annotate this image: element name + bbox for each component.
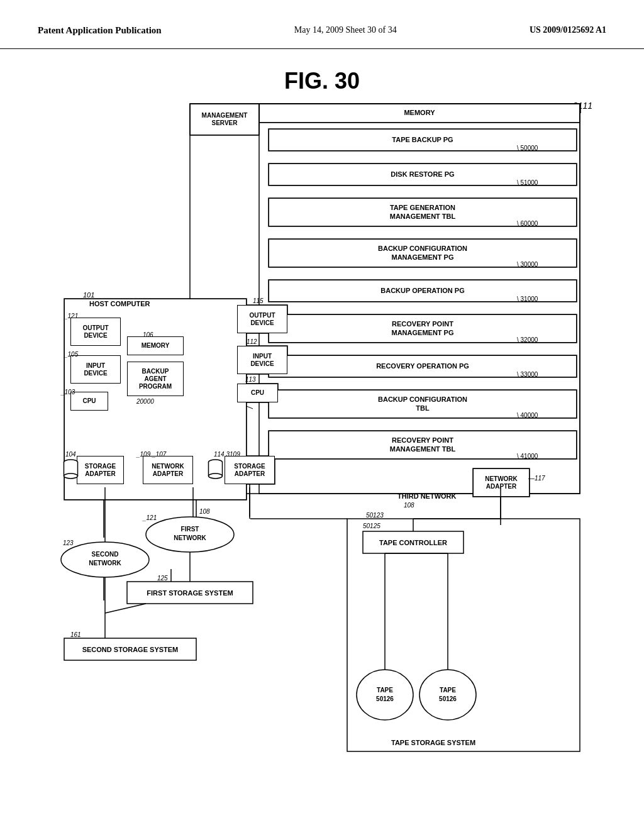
svg-text:FIRST STORAGE SYSTEM: FIRST STORAGE SYSTEM (147, 589, 233, 597)
ref-104: 104 (65, 451, 76, 458)
svg-text:THIRD NETWORK: THIRD NETWORK (397, 492, 457, 500)
host-computer-label: HOST COMPUTER (89, 300, 150, 307)
svg-text:108: 108 (199, 508, 210, 515)
svg-text:SECOND STORAGE SYSTEM: SECOND STORAGE SYSTEM (82, 646, 179, 653)
svg-text:50126: 50126 (439, 695, 457, 702)
ref-101: 101 (83, 291, 94, 299)
mid-input-device: INPUTDEVICE (237, 346, 287, 374)
svg-text:50125: 50125 (363, 523, 380, 529)
header-left: Patent Application Publication (38, 25, 162, 36)
svg-text:NETWORK: NETWORK (174, 534, 206, 541)
svg-text:TAPE STORAGE SYSTEM: TAPE STORAGE SYSTEM (391, 739, 475, 746)
mid-disk-icon (208, 459, 223, 481)
svg-text:TAPE CONTROLLER: TAPE CONTROLLER (379, 539, 447, 546)
header-center: May 14, 2009 Sheet 30 of 34 (294, 25, 397, 35)
svg-text:TAPE: TAPE (440, 687, 456, 694)
backup-agent-program: BACKUPAGENTPROGRAM (127, 362, 184, 396)
ref-20000: 20000 (136, 398, 154, 405)
page-header: Patent Application Publication May 14, 2… (0, 0, 644, 49)
ref-113: 113 (245, 376, 256, 383)
svg-point-79 (419, 670, 476, 720)
mid-cpu: CPU (237, 384, 278, 402)
ref-50000: \ 50000 (517, 145, 538, 152)
ref-30000: \ 30000 (517, 261, 538, 268)
mid-output-device: OUTPUTDEVICE (237, 305, 287, 333)
header-right: US 2009/0125692 A1 (530, 25, 606, 35)
host-input-device: INPUTDEVICE (70, 355, 121, 384)
ref-31000: \ 31000 (517, 296, 538, 302)
ref-109-107: _109 _107 (136, 451, 166, 458)
ref-117: —117 (528, 475, 545, 482)
ref-60000: \ 60000 (517, 220, 538, 227)
ref-105: _105 (64, 351, 78, 358)
svg-point-41 (64, 473, 78, 479)
ref-33000: \ 33000 (517, 371, 538, 378)
ref-114-3109: 114 3109 (214, 451, 240, 458)
host-network-adapter: NETWORKADAPTER (143, 456, 193, 484)
ref-51000: \ 51000 (517, 179, 538, 186)
svg-text:108: 108 (404, 502, 414, 509)
host-storage-adapter: STORAGEADAPTER (77, 456, 124, 484)
host-cpu: CPU (70, 392, 108, 411)
management-server-label: MANAGEMENTSERVER (190, 104, 259, 135)
svg-text:SECOND: SECOND (92, 551, 119, 558)
svg-point-76 (357, 670, 413, 720)
host-disk-icon (63, 459, 79, 481)
svg-text:50123: 50123 (366, 512, 384, 519)
main-content: FIG. 30 (0, 49, 644, 789)
svg-text:125: 125 (157, 575, 168, 582)
ref-103: _103 (61, 389, 75, 396)
svg-text:123: 123 (63, 540, 74, 546)
host-output-device: OUTPUTDEVICE (70, 318, 121, 346)
ref-106: 106 (143, 331, 153, 338)
diagram: 3111 MANAGEMENTSERVER MEMORY TAPE BACKUP… (45, 97, 599, 777)
ref-115: 115 (253, 297, 264, 304)
svg-text:NETWORK: NETWORK (89, 560, 121, 567)
svg-text:_121: _121 (142, 514, 157, 521)
ref-32000: \ 32000 (517, 336, 538, 343)
svg-text:TAPE: TAPE (377, 687, 393, 694)
memory-header: MEMORY (259, 104, 580, 123)
mid-storage-adapter: STORAGEADAPTER (225, 456, 275, 484)
svg-text:161: 161 (70, 631, 81, 638)
ref-121-host: _121 (64, 313, 78, 319)
host-memory: MEMORY (127, 336, 184, 355)
ref-40000: \ 40000 (517, 412, 538, 419)
ref-41000: \ 41000 (517, 453, 538, 460)
svg-text:FIRST: FIRST (181, 526, 199, 533)
figure-title: FIG. 30 (38, 68, 606, 94)
svg-line-69 (105, 604, 146, 613)
ref-112: 112 (247, 338, 257, 345)
svg-text:50126: 50126 (376, 695, 394, 702)
svg-point-46 (209, 473, 223, 479)
